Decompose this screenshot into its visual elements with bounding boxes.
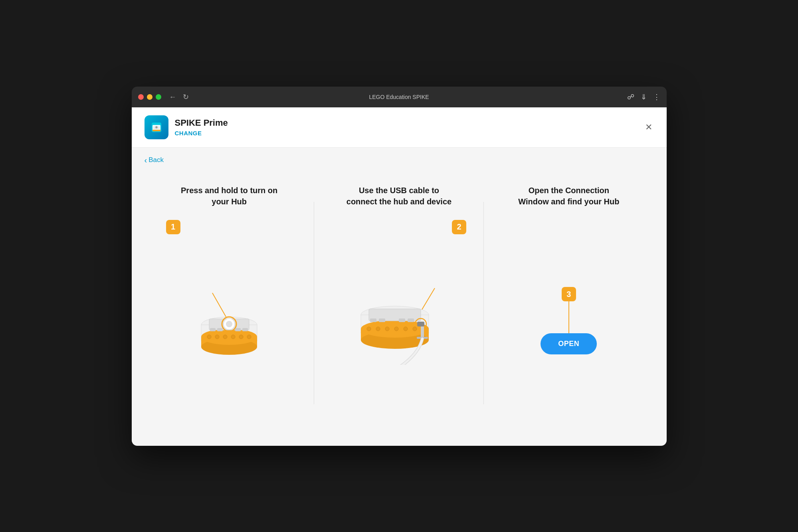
back-section: ‹ Back [132,148,667,169]
download-icon[interactable]: ⇓ [641,93,647,101]
svg-point-24 [239,335,243,339]
svg-rect-17 [217,328,223,331]
close-traffic-light[interactable] [138,94,144,100]
back-label: Back [149,156,164,164]
title-bar-right: ☍ ⇓ ⋮ [627,93,660,101]
browser-nav: ← ↻ [168,93,190,101]
step-3: Open the Connection Window and find your… [484,177,653,430]
step-2-visual: 2 [324,220,474,422]
open-button[interactable]: OPEN [541,333,597,354]
svg-point-22 [223,335,227,339]
step-1-diagram [185,281,273,361]
svg-line-5 [212,293,227,319]
step-1: Press and hold to turn on your Hub 1 [145,177,314,430]
svg-rect-39 [417,322,424,326]
step-2-diagram [347,277,451,365]
svg-point-42 [367,327,371,331]
step-3-connector [568,301,569,333]
close-button[interactable]: ✕ [644,121,654,133]
svg-rect-35 [379,318,385,322]
minimize-traffic-light[interactable] [147,94,152,100]
svg-rect-19 [242,328,248,331]
svg-rect-34 [370,318,376,322]
step-3-title: Open the Connection Window and find your… [513,185,625,207]
refresh-nav-button[interactable]: ↻ [181,93,190,101]
menu-icon[interactable]: ⋮ [653,93,660,101]
svg-point-45 [394,327,398,331]
back-nav-button[interactable]: ← [168,93,178,101]
app-window: ← ↻ LEGO Education SPIKE ☍ ⇓ ⋮ [132,87,667,446]
svg-rect-16 [210,328,216,331]
svg-point-25 [247,335,251,339]
svg-point-47 [413,327,417,331]
hub-title: SPIKE Prime [175,118,228,128]
svg-rect-18 [235,328,241,331]
svg-rect-37 [408,318,414,322]
header-left: SPIKE Prime CHANGE [145,115,228,139]
svg-point-21 [215,335,219,339]
svg-point-23 [231,335,235,339]
spike-prime-logo [149,119,164,135]
step-2-title: Use the USB cable to connect the hub and… [343,185,455,207]
step-2: Use the USB cable to connect the hub and… [314,177,484,430]
extensions-icon[interactable]: ☍ [627,93,634,101]
change-link[interactable]: CHANGE [175,130,228,136]
svg-point-20 [207,335,211,339]
step-1-badge: 1 [166,220,180,234]
step-3-badge: 3 [562,287,576,301]
steps-container: Press and hold to turn on your Hub 1 [132,169,667,446]
svg-point-46 [404,327,408,331]
svg-point-44 [385,327,389,331]
app-header: SPIKE Prime CHANGE ✕ [132,107,667,148]
step-3-visual: 3 OPEN [493,220,644,422]
back-button[interactable]: ‹ Back [145,156,164,165]
main-content: SPIKE Prime CHANGE ✕ ‹ Back Press and ho… [132,107,667,446]
hub-title-group: SPIKE Prime CHANGE [175,118,228,136]
traffic-lights [138,94,161,100]
svg-point-43 [376,327,380,331]
maximize-traffic-light[interactable] [156,94,161,100]
window-title: LEGO Education SPIKE [369,94,429,100]
hub-icon [145,115,168,139]
step-3-content: 3 OPEN [541,287,597,354]
svg-rect-40 [421,326,424,338]
back-chevron-icon: ‹ [145,156,147,165]
svg-rect-3 [152,130,160,131]
svg-rect-36 [399,318,405,322]
svg-point-15 [226,321,232,327]
step-2-badge: 2 [452,220,466,234]
svg-point-4 [155,126,158,129]
step-1-visual: 1 [154,220,305,422]
step-1-title: Press and hold to turn on your Hub [173,185,285,207]
title-bar: ← ↻ LEGO Education SPIKE ☍ ⇓ ⋮ [132,87,667,107]
